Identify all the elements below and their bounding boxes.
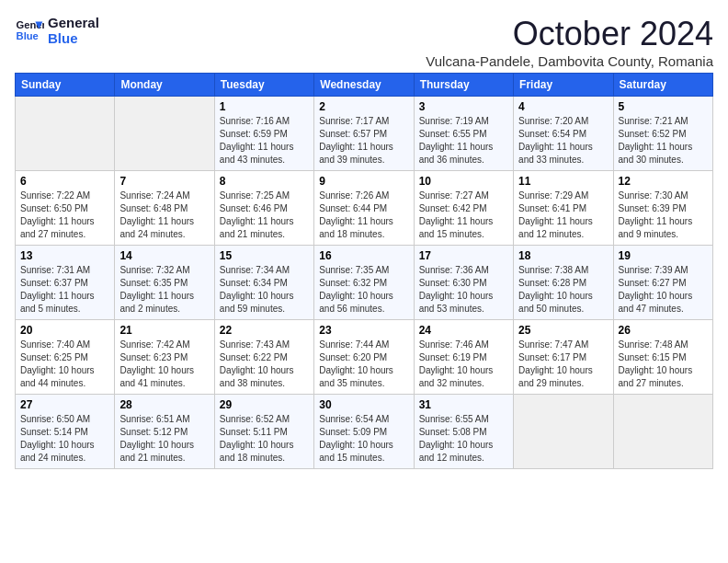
day-info: Sunrise: 7:24 AM Sunset: 6:48 PM Dayligh… — [119, 190, 209, 241]
day-info: Sunrise: 7:17 AM Sunset: 6:57 PM Dayligh… — [319, 115, 408, 167]
day-info: Sunrise: 7:39 AM Sunset: 6:27 PM Dayligh… — [619, 264, 708, 316]
calendar-cell: 6Sunrise: 7:22 AM Sunset: 6:50 PM Daylig… — [16, 171, 115, 246]
page-header: General Blue General Blue October 2024 V… — [15, 15, 713, 69]
day-number: 30 — [319, 398, 408, 411]
calendar-cell: 8Sunrise: 7:25 AM Sunset: 6:46 PM Daylig… — [214, 171, 313, 246]
calendar-cell: 23Sunrise: 7:44 AM Sunset: 6:20 PM Dayli… — [314, 320, 414, 395]
calendar-cell: 20Sunrise: 7:40 AM Sunset: 6:25 PM Dayli… — [16, 320, 115, 395]
day-number: 18 — [518, 249, 608, 262]
day-number: 10 — [419, 175, 508, 188]
day-number: 1 — [220, 100, 309, 113]
calendar-cell — [613, 395, 712, 469]
day-info: Sunrise: 7:26 AM Sunset: 6:44 PM Dayligh… — [319, 190, 408, 241]
calendar-table: SundayMondayTuesdayWednesdayThursdayFrid… — [15, 73, 713, 469]
day-info: Sunrise: 7:46 AM Sunset: 6:19 PM Dayligh… — [419, 339, 508, 390]
day-info: Sunrise: 7:32 AM Sunset: 6:35 PM Dayligh… — [119, 264, 209, 316]
day-number: 29 — [220, 398, 309, 411]
day-info: Sunrise: 7:30 AM Sunset: 6:39 PM Dayligh… — [619, 190, 708, 241]
day-header-sunday: Sunday — [16, 74, 115, 97]
logo: General Blue General Blue — [15, 15, 99, 46]
day-info: Sunrise: 7:42 AM Sunset: 6:23 PM Dayligh… — [119, 339, 209, 390]
day-number: 25 — [518, 324, 608, 337]
day-number: 28 — [119, 398, 209, 411]
calendar-cell: 21Sunrise: 7:42 AM Sunset: 6:23 PM Dayli… — [115, 320, 214, 395]
day-header-friday: Friday — [514, 74, 613, 97]
calendar-cell: 31Sunrise: 6:55 AM Sunset: 5:08 PM Dayli… — [414, 395, 513, 469]
day-info: Sunrise: 7:43 AM Sunset: 6:22 PM Dayligh… — [220, 339, 309, 390]
subtitle: Vulcana-Pandele, Dambovita County, Roman… — [426, 53, 713, 69]
day-number: 27 — [20, 398, 109, 411]
day-number: 5 — [619, 100, 708, 113]
day-number: 11 — [518, 175, 608, 188]
day-info: Sunrise: 7:29 AM Sunset: 6:41 PM Dayligh… — [518, 190, 608, 241]
calendar-cell: 18Sunrise: 7:38 AM Sunset: 6:28 PM Dayli… — [514, 246, 613, 320]
svg-text:Blue: Blue — [17, 30, 39, 41]
day-header-tuesday: Tuesday — [214, 74, 313, 97]
day-number: 12 — [619, 175, 708, 188]
day-header-saturday: Saturday — [613, 74, 712, 97]
day-info: Sunrise: 7:44 AM Sunset: 6:20 PM Dayligh… — [319, 339, 408, 390]
calendar-cell: 12Sunrise: 7:30 AM Sunset: 6:39 PM Dayli… — [613, 171, 712, 246]
day-info: Sunrise: 7:40 AM Sunset: 6:25 PM Dayligh… — [20, 339, 109, 390]
calendar-cell — [16, 97, 115, 171]
calendar-cell: 5Sunrise: 7:21 AM Sunset: 6:52 PM Daylig… — [613, 97, 712, 171]
day-number: 21 — [119, 324, 209, 337]
calendar-cell: 22Sunrise: 7:43 AM Sunset: 6:22 PM Dayli… — [214, 320, 313, 395]
day-info: Sunrise: 7:35 AM Sunset: 6:32 PM Dayligh… — [319, 264, 408, 316]
calendar-cell: 17Sunrise: 7:36 AM Sunset: 6:30 PM Dayli… — [414, 246, 513, 320]
calendar-cell: 24Sunrise: 7:46 AM Sunset: 6:19 PM Dayli… — [414, 320, 513, 395]
day-number: 4 — [518, 100, 608, 113]
day-header-monday: Monday — [115, 74, 214, 97]
day-number: 9 — [319, 175, 408, 188]
day-info: Sunrise: 6:51 AM Sunset: 5:12 PM Dayligh… — [119, 413, 209, 465]
calendar-cell: 16Sunrise: 7:35 AM Sunset: 6:32 PM Dayli… — [314, 246, 414, 320]
calendar-cell: 11Sunrise: 7:29 AM Sunset: 6:41 PM Dayli… — [514, 171, 613, 246]
day-info: Sunrise: 6:52 AM Sunset: 5:11 PM Dayligh… — [220, 413, 309, 465]
day-number: 13 — [20, 249, 109, 262]
calendar-cell: 15Sunrise: 7:34 AM Sunset: 6:34 PM Dayli… — [214, 246, 313, 320]
day-number: 22 — [220, 324, 309, 337]
calendar-cell: 28Sunrise: 6:51 AM Sunset: 5:12 PM Dayli… — [115, 395, 214, 469]
calendar-cell: 9Sunrise: 7:26 AM Sunset: 6:44 PM Daylig… — [314, 171, 414, 246]
logo-icon: General Blue — [15, 16, 44, 45]
day-info: Sunrise: 6:54 AM Sunset: 5:09 PM Dayligh… — [319, 413, 408, 465]
title-section: October 2024 Vulcana-Pandele, Dambovita … — [426, 15, 713, 69]
day-info: Sunrise: 7:31 AM Sunset: 6:37 PM Dayligh… — [20, 264, 109, 316]
day-header-thursday: Thursday — [414, 74, 513, 97]
day-number: 23 — [319, 324, 408, 337]
month-title: October 2024 — [426, 15, 713, 53]
calendar-cell: 3Sunrise: 7:19 AM Sunset: 6:55 PM Daylig… — [414, 97, 513, 171]
day-number: 3 — [419, 100, 508, 113]
day-info: Sunrise: 7:36 AM Sunset: 6:30 PM Dayligh… — [419, 264, 508, 316]
day-info: Sunrise: 7:34 AM Sunset: 6:34 PM Dayligh… — [220, 264, 309, 316]
day-number: 24 — [419, 324, 508, 337]
calendar-cell — [115, 97, 214, 171]
calendar-cell: 1Sunrise: 7:16 AM Sunset: 6:59 PM Daylig… — [214, 97, 313, 171]
day-info: Sunrise: 6:55 AM Sunset: 5:08 PM Dayligh… — [419, 413, 508, 465]
day-number: 20 — [20, 324, 109, 337]
day-info: Sunrise: 7:20 AM Sunset: 6:54 PM Dayligh… — [518, 115, 608, 167]
calendar-cell: 10Sunrise: 7:27 AM Sunset: 6:42 PM Dayli… — [414, 171, 513, 246]
day-info: Sunrise: 6:50 AM Sunset: 5:14 PM Dayligh… — [20, 413, 109, 465]
day-number: 31 — [419, 398, 508, 411]
calendar-cell: 25Sunrise: 7:47 AM Sunset: 6:17 PM Dayli… — [514, 320, 613, 395]
day-number: 6 — [20, 175, 109, 188]
day-header-wednesday: Wednesday — [314, 74, 414, 97]
day-number: 2 — [319, 100, 408, 113]
day-info: Sunrise: 7:27 AM Sunset: 6:42 PM Dayligh… — [419, 190, 508, 241]
calendar-cell: 27Sunrise: 6:50 AM Sunset: 5:14 PM Dayli… — [16, 395, 115, 469]
day-info: Sunrise: 7:47 AM Sunset: 6:17 PM Dayligh… — [518, 339, 608, 390]
calendar-cell: 7Sunrise: 7:24 AM Sunset: 6:48 PM Daylig… — [115, 171, 214, 246]
day-number: 7 — [119, 175, 209, 188]
day-number: 8 — [220, 175, 309, 188]
day-info: Sunrise: 7:19 AM Sunset: 6:55 PM Dayligh… — [419, 115, 508, 167]
calendar-cell: 30Sunrise: 6:54 AM Sunset: 5:09 PM Dayli… — [314, 395, 414, 469]
day-number: 16 — [319, 249, 408, 262]
day-info: Sunrise: 7:21 AM Sunset: 6:52 PM Dayligh… — [619, 115, 708, 167]
calendar-cell: 14Sunrise: 7:32 AM Sunset: 6:35 PM Dayli… — [115, 246, 214, 320]
calendar-cell: 29Sunrise: 6:52 AM Sunset: 5:11 PM Dayli… — [214, 395, 313, 469]
calendar-cell — [514, 395, 613, 469]
day-number: 19 — [619, 249, 708, 262]
day-number: 15 — [220, 249, 309, 262]
day-info: Sunrise: 7:48 AM Sunset: 6:15 PM Dayligh… — [619, 339, 708, 390]
